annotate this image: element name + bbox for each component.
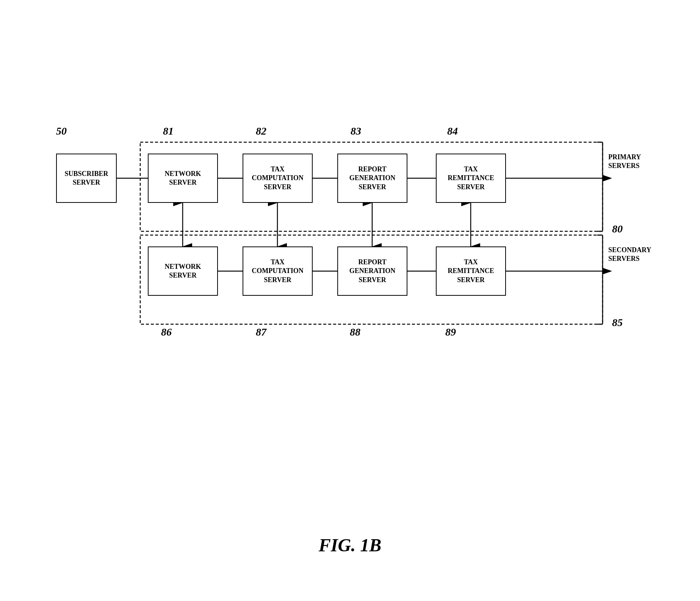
primary-servers-label: PRIMARYSERVERS [608,153,641,171]
report-generation-primary: REPORTGENERATIONSERVER [337,154,407,203]
diagram: 50 81 82 83 84 80 85 86 87 88 89 SUBSCRI… [30,61,667,356]
tax-computation-secondary: TAXCOMPUTATIONSERVER [243,246,313,296]
ref-86: 86 [161,326,172,338]
ref-84: 84 [447,125,458,137]
ref-89: 89 [445,326,456,338]
report-generation-secondary: REPORTGENERATIONSERVER [337,246,407,296]
secondary-servers-label: SECONDARYSERVERS [608,246,651,264]
ref-88: 88 [350,326,360,338]
network-server-secondary: NETWORKSERVER [148,246,218,296]
ref-81: 81 [163,125,174,137]
subscriber-server: SUBSCRIBERSERVER [56,154,117,203]
tax-remittance-primary: TAXREMITTANCESERVER [436,154,506,203]
ref-50: 50 [56,125,67,137]
tax-computation-primary: TAXCOMPUTATIONSERVER [243,154,313,203]
ref-80: 80 [612,223,623,235]
ref-87: 87 [256,326,266,338]
figure-caption: FIG. 1B [319,535,381,555]
ref-83: 83 [351,125,361,137]
tax-remittance-secondary: TAXREMITTANCESERVER [436,246,506,296]
ref-82: 82 [256,125,266,137]
ref-85: 85 [612,317,623,329]
network-server-primary: NETWORKSERVER [148,154,218,203]
